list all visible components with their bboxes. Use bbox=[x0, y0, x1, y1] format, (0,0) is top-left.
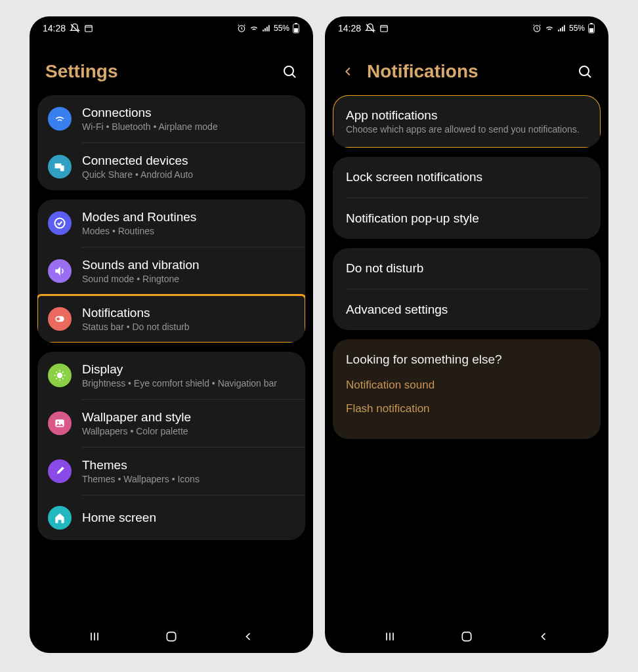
setting-sub: Choose which apps are allowed to send yo… bbox=[346, 124, 587, 135]
settings-list[interactable]: Connections Wi-Fi • Bluetooth • Airplane… bbox=[30, 95, 313, 620]
search-button[interactable] bbox=[282, 64, 297, 79]
calendar-icon bbox=[84, 24, 93, 33]
brush-icon bbox=[48, 459, 72, 483]
settings-group: Display Brightness • Eye comfort shield … bbox=[37, 352, 305, 540]
svg-rect-14 bbox=[167, 632, 175, 640]
search-button[interactable] bbox=[577, 64, 593, 79]
setting-title: Display bbox=[82, 362, 295, 377]
notifications-group: App notifications Choose which apps are … bbox=[333, 95, 601, 148]
setting-wallpaper-style[interactable]: Wallpaper and style Wallpapers • Color p… bbox=[37, 400, 305, 447]
suggest-link-flash[interactable]: Flash notification bbox=[346, 402, 587, 415]
setting-notifications[interactable]: Notifications Status bar • Do not distur… bbox=[37, 295, 305, 343]
page-title: Notifications bbox=[367, 61, 565, 82]
calendar-icon bbox=[379, 24, 389, 33]
nav-bar bbox=[325, 620, 608, 653]
setting-connected-devices[interactable]: Connected devices Quick Share • Android … bbox=[37, 143, 305, 190]
setting-home-screen[interactable]: Home screen bbox=[37, 495, 305, 540]
nav-back[interactable] bbox=[241, 629, 255, 644]
status-bar: 14:28 55% bbox=[325, 16, 608, 36]
setting-title: Connected devices bbox=[82, 154, 295, 168]
home-icon bbox=[48, 506, 72, 530]
svg-point-11 bbox=[58, 373, 62, 378]
setting-title: Notifications bbox=[82, 306, 295, 320]
battery-text: 55% bbox=[569, 24, 585, 33]
status-bar: 14:28 55% bbox=[30, 16, 313, 36]
setting-lock-screen-notifications[interactable]: Lock screen notifications bbox=[333, 157, 601, 198]
phone-left-settings: 14:28 55% Settings bbox=[30, 16, 313, 653]
setting-title: Connections bbox=[82, 106, 295, 120]
settings-group: Connections Wi-Fi • Bluetooth • Airplane… bbox=[37, 95, 305, 190]
setting-title: Lock screen notifications bbox=[346, 170, 587, 184]
suggest-link-sound[interactable]: Notification sound bbox=[346, 379, 587, 392]
setting-title: Advanced settings bbox=[346, 303, 587, 317]
suggest-title: Looking for something else? bbox=[346, 352, 587, 367]
signal-icon bbox=[557, 24, 566, 33]
nav-recent[interactable] bbox=[87, 629, 102, 644]
wifi-icon bbox=[544, 23, 555, 33]
setting-sub: Themes • Wallpapers • Icons bbox=[82, 474, 295, 484]
setting-title: Modes and Routines bbox=[82, 210, 295, 224]
nav-bar bbox=[30, 620, 313, 653]
back-button[interactable] bbox=[341, 64, 355, 79]
svg-point-10 bbox=[56, 318, 60, 321]
signal-icon bbox=[262, 24, 271, 33]
setting-popup-style[interactable]: Notification pop-up style bbox=[333, 198, 601, 239]
setting-sounds-vibration[interactable]: Sounds and vibration Sound mode • Ringto… bbox=[37, 247, 305, 295]
notifications-list[interactable]: App notifications Choose which apps are … bbox=[325, 95, 608, 620]
dnd-off-icon bbox=[70, 23, 80, 33]
devices-icon bbox=[48, 155, 72, 178]
setting-title: Do not disturb bbox=[346, 261, 587, 276]
svg-point-13 bbox=[57, 421, 59, 423]
sound-icon bbox=[48, 259, 72, 283]
setting-sub: Sound mode • Ringtone bbox=[82, 274, 295, 284]
setting-do-not-disturb[interactable]: Do not disturb bbox=[333, 248, 601, 289]
setting-modes-routines[interactable]: Modes and Routines Modes • Routines bbox=[37, 200, 305, 247]
battery-text: 55% bbox=[274, 24, 289, 33]
nav-home[interactable] bbox=[164, 629, 179, 644]
svg-rect-4 bbox=[295, 23, 297, 24]
setting-advanced-settings[interactable]: Advanced settings bbox=[333, 289, 601, 330]
setting-themes[interactable]: Themes Themes • Wallpapers • Icons bbox=[37, 448, 305, 495]
nav-back[interactable] bbox=[536, 629, 551, 644]
setting-title: Sounds and vibration bbox=[82, 258, 295, 272]
setting-app-notifications[interactable]: App notifications Choose which apps are … bbox=[333, 95, 601, 148]
setting-sub: Status bar • Do not disturb bbox=[82, 322, 295, 332]
phone-right-notifications: 14:28 55% Not bbox=[325, 16, 608, 653]
setting-sub: Wi-Fi • Bluetooth • Airplane mode bbox=[82, 121, 295, 132]
battery-icon bbox=[587, 23, 595, 33]
svg-rect-21 bbox=[462, 632, 471, 640]
notifications-group: Do not disturb Advanced settings bbox=[333, 248, 601, 330]
image-icon bbox=[48, 411, 72, 435]
setting-title: Notification pop-up style bbox=[346, 211, 587, 226]
status-time: 14:28 bbox=[43, 23, 66, 33]
dnd-off-icon bbox=[365, 23, 375, 33]
setting-sub: Wallpapers • Color palette bbox=[82, 426, 295, 436]
setting-title: App notifications bbox=[346, 108, 587, 123]
setting-title: Wallpaper and style bbox=[82, 410, 295, 425]
setting-title: Themes bbox=[82, 458, 295, 472]
notifications-group: Lock screen notifications Notification p… bbox=[333, 157, 601, 239]
wifi-icon bbox=[249, 23, 259, 33]
header: Settings bbox=[30, 36, 313, 95]
svg-rect-0 bbox=[85, 26, 93, 32]
svg-rect-18 bbox=[589, 28, 593, 32]
alarm-icon bbox=[532, 24, 542, 33]
suggest-card: Looking for something else? Notification… bbox=[333, 339, 601, 439]
bell-icon bbox=[48, 307, 72, 331]
alarm-icon bbox=[237, 24, 246, 33]
nav-recent[interactable] bbox=[383, 629, 397, 644]
setting-sub: Brightness • Eye comfort shield • Naviga… bbox=[82, 378, 295, 388]
sun-icon bbox=[48, 364, 72, 387]
svg-point-5 bbox=[284, 66, 293, 75]
svg-rect-7 bbox=[60, 165, 64, 171]
setting-sub: Modes • Routines bbox=[82, 226, 295, 236]
svg-rect-3 bbox=[294, 28, 298, 32]
settings-group: Modes and Routines Modes • Routines Soun… bbox=[37, 200, 305, 343]
header: Notifications bbox=[325, 36, 608, 95]
svg-point-20 bbox=[580, 66, 589, 75]
nav-home[interactable] bbox=[459, 629, 474, 644]
wifi-icon bbox=[48, 107, 72, 131]
setting-sub: Quick Share • Android Auto bbox=[82, 169, 295, 180]
setting-display[interactable]: Display Brightness • Eye comfort shield … bbox=[37, 352, 305, 399]
setting-connections[interactable]: Connections Wi-Fi • Bluetooth • Airplane… bbox=[37, 95, 305, 142]
